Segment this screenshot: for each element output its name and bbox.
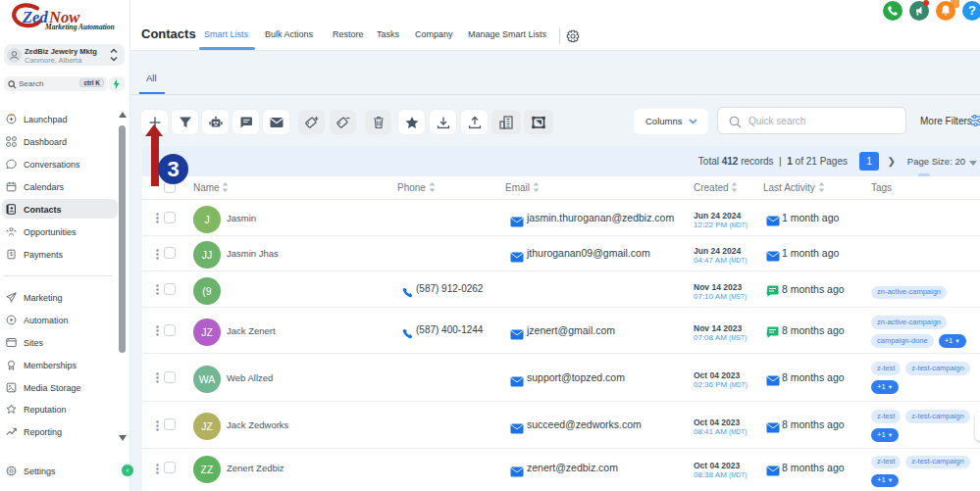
svg-text:$: $ xyxy=(10,251,13,257)
svg-text:Marketing Automation: Marketing Automation xyxy=(44,23,115,31)
